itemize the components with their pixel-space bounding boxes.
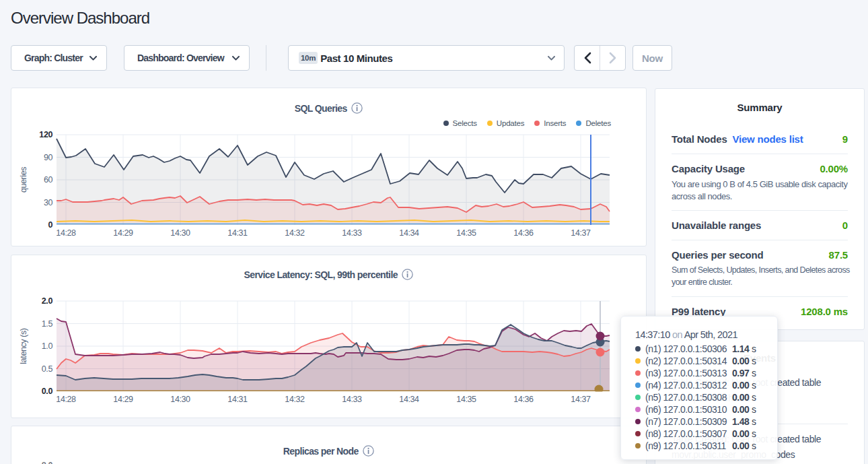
svg-text:14:36: 14:36 xyxy=(513,228,534,238)
svg-text:90: 90 xyxy=(44,153,53,162)
svg-text:14:30: 14:30 xyxy=(170,228,190,238)
svg-text:14:35: 14:35 xyxy=(456,395,476,404)
svg-text:14:31: 14:31 xyxy=(227,228,248,238)
svg-text:14:32: 14:32 xyxy=(285,228,305,238)
svg-text:1.5: 1.5 xyxy=(42,319,53,329)
svg-text:queries: queries xyxy=(19,167,28,193)
svg-text:14:34: 14:34 xyxy=(399,395,419,404)
svg-text:0: 0 xyxy=(48,220,52,230)
svg-text:14:28: 14:28 xyxy=(56,395,76,404)
svg-text:120: 120 xyxy=(39,130,52,139)
svg-text:0.0: 0.0 xyxy=(42,387,53,396)
svg-text:1.0: 1.0 xyxy=(42,341,53,351)
svg-text:2.0: 2.0 xyxy=(42,296,53,306)
svg-text:14:32: 14:32 xyxy=(285,395,305,404)
svg-text:14:37: 14:37 xyxy=(571,395,591,404)
svg-text:latency (s): latency (s) xyxy=(19,328,28,364)
svg-text:14:37: 14:37 xyxy=(571,228,591,238)
svg-text:0.5: 0.5 xyxy=(42,364,53,374)
svg-text:60: 60 xyxy=(44,175,53,185)
svg-text:14:31: 14:31 xyxy=(227,395,248,404)
svg-text:14:29: 14:29 xyxy=(113,395,133,404)
svg-text:14:33: 14:33 xyxy=(342,228,362,238)
svg-text:14:28: 14:28 xyxy=(56,228,76,238)
svg-text:14:35: 14:35 xyxy=(456,228,476,238)
svg-text:14:34: 14:34 xyxy=(399,228,419,238)
svg-text:14:29: 14:29 xyxy=(113,228,133,238)
svg-text:14:33: 14:33 xyxy=(342,395,362,404)
svg-text:30: 30 xyxy=(44,198,53,207)
svg-text:14:36: 14:36 xyxy=(513,395,534,404)
svg-text:14:30: 14:30 xyxy=(170,395,190,404)
